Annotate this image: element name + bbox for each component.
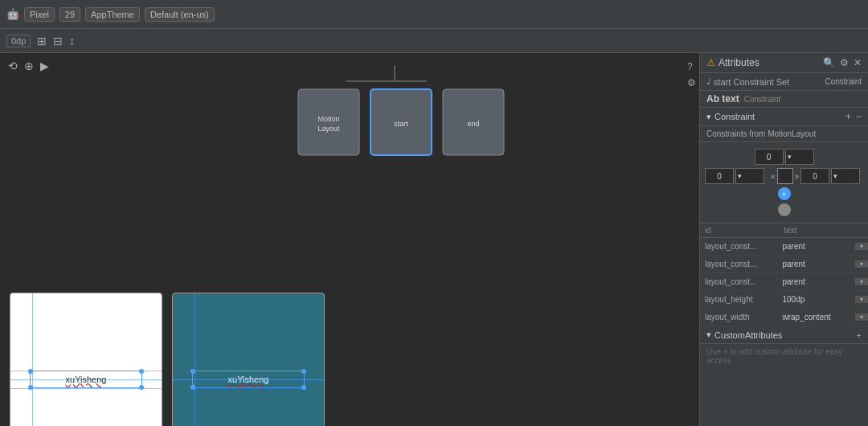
attr-row-3[interactable]: layout_height 100dp ▾: [700, 291, 868, 309]
second-bar: 0dp ⊞ ⊟ ↕: [0, 29, 868, 53]
motion-icon[interactable]: ⟲: [8, 59, 18, 72]
settings-icon-side[interactable]: ⚙: [687, 77, 696, 88]
add-constraint-circle-btn[interactable]: +: [778, 187, 791, 200]
breadcrumb-type: Constraint: [825, 77, 862, 86]
layout-icon[interactable]: ⊟: [53, 35, 63, 47]
dp-input[interactable]: 0dp: [6, 35, 31, 47]
extend-right: [162, 379, 162, 380]
attr-row-2[interactable]: layout_const... parent ▾: [700, 273, 868, 291]
api-selector[interactable]: 29: [59, 7, 80, 22]
add-constraint-btn[interactable]: +: [845, 111, 851, 122]
attr-header-text: text: [784, 226, 864, 235]
extend-right2: [324, 379, 325, 380]
grid-icon[interactable]: ⊞: [37, 35, 47, 47]
center-widget: [777, 168, 793, 184]
extend-left2: [172, 379, 173, 380]
attr-id-0: layout_const...: [700, 240, 778, 252]
motion-connector-svg: Motion Layout start end: [282, 65, 507, 162]
pixel-label: Pixel: [30, 10, 49, 19]
attr-dropdown-1[interactable]: ▾: [855, 260, 868, 268]
handle-br[interactable]: [139, 385, 144, 390]
resize-icon[interactable]: ↕: [69, 35, 75, 47]
custom-attr-header: ▾ CustomAttributes +: [700, 326, 868, 344]
attr-value-2: parent: [778, 276, 856, 288]
ab-text-label: Ab text: [706, 93, 739, 104]
attr-dropdown-4[interactable]: ▾: [855, 313, 868, 321]
h-guide-top: [10, 371, 162, 371]
left-constraint-group: ▾: [705, 168, 764, 184]
help-icon[interactable]: ?: [687, 61, 696, 72]
attr-value-1: parent: [778, 258, 856, 270]
play-icon[interactable]: ▶: [40, 59, 49, 72]
right-value-input[interactable]: [800, 168, 829, 184]
constraint-section-header[interactable]: ▾ Constraint + −: [700, 108, 868, 126]
attr-row-4[interactable]: layout_width wrap_content ▾: [700, 309, 868, 326]
top-bar: 🤖 Pixel 29 AppTheme Default (en-us): [0, 0, 868, 29]
attr-dropdown-3[interactable]: ▾: [855, 296, 868, 303]
top-constraint-input[interactable]: [755, 149, 784, 165]
left-constraint-dropdown[interactable]: ▾: [735, 168, 764, 184]
attributes-panel: ⚠ Attributes 🔍 ⚙ ✕ ♩ start Constraint Se…: [699, 53, 868, 426]
minus-constraint-btn[interactable]: −: [856, 111, 862, 122]
right-constraint-dropdown[interactable]: ▾: [831, 168, 860, 184]
locale-label: Default (en-us): [150, 10, 209, 19]
constraint-info: Constraints from MotionLayout: [700, 126, 868, 142]
constraint-type-label: Constraint: [744, 95, 862, 104]
chevron-down-icon2: ▾: [706, 330, 711, 340]
attr-rows: layout_const... parent ▾ layout_const...…: [700, 238, 868, 326]
attr-header-icons: 🔍 ⚙ ✕: [823, 57, 862, 68]
left-constraint-input[interactable]: [705, 168, 734, 184]
attr-dropdown-0[interactable]: ▾: [855, 243, 868, 250]
api-label: 29: [65, 10, 75, 19]
extend-left: [10, 379, 10, 380]
handle-tr[interactable]: [139, 369, 144, 374]
close-icon[interactable]: ✕: [854, 57, 862, 68]
constraint-section-title: ▾ Constraint: [706, 112, 755, 122]
attr-value-0: parent: [778, 240, 856, 252]
attr-id-2: layout_const...: [700, 276, 778, 288]
section-actions: + −: [845, 111, 862, 122]
diagram-slider-row: [778, 203, 791, 216]
preview-frame-start[interactable]: xuYisheng: [10, 293, 162, 426]
custom-attr-title-text: CustomAttributes: [714, 330, 782, 340]
pixel-selector[interactable]: Pixel: [24, 7, 55, 22]
app-theme-label: AppTheme: [91, 10, 134, 19]
top-constraint-group: ▾: [755, 149, 814, 165]
handle-tr2[interactable]: [301, 369, 306, 374]
attr-id-1: layout_const...: [700, 258, 778, 270]
zoom-icon[interactable]: ⊕: [24, 59, 34, 72]
preview-section: xuYisheng: [0, 286, 699, 426]
attr-table-header: id text: [700, 223, 868, 238]
app-theme-selector[interactable]: AppTheme: [85, 7, 140, 22]
handle-br2[interactable]: [301, 385, 306, 390]
add-custom-attr-btn[interactable]: +: [857, 330, 862, 340]
svg-text:Layout: Layout: [317, 125, 340, 133]
constraint-slider[interactable]: [778, 203, 791, 216]
locale-selector[interactable]: Default (en-us): [145, 7, 215, 22]
settings-icon[interactable]: ⚙: [840, 57, 849, 68]
attr-id-4: layout_width: [700, 311, 778, 323]
attr-panel-header: ⚠ Attributes 🔍 ⚙ ✕: [700, 53, 868, 73]
warning-icon: ⚠: [706, 57, 715, 68]
attr-row-0[interactable]: layout_const... parent ▾: [700, 238, 868, 256]
top-bar-left: 🤖 Pixel 29 AppTheme Default (en-us): [6, 7, 215, 22]
attr-id-3: layout_height: [700, 293, 778, 305]
center-controls: « » ▾: [771, 168, 860, 184]
arrow-left-icon: «: [771, 172, 776, 181]
breadcrumb-icon: ♩: [706, 76, 710, 87]
main-area: ⟲ ⊕ ▶ Motion Layout start: [0, 53, 868, 426]
search-icon[interactable]: 🔍: [823, 57, 835, 68]
custom-attr-title: ▾ CustomAttributes: [706, 330, 782, 340]
v-guide-left: [32, 293, 33, 426]
text-preview-1: xuYisheng: [66, 375, 107, 384]
attr-dropdown-2[interactable]: ▾: [855, 278, 868, 285]
preview-frame-end[interactable]: xuYisheng: [172, 293, 325, 426]
attr-panel-title: ⚠ Attributes: [706, 57, 760, 68]
center-panel: ⟲ ⊕ ▶ Motion Layout start: [0, 53, 699, 426]
top-constraint-dropdown[interactable]: ▾: [785, 149, 814, 165]
constraint-diagram: ▾ ▾ « » ▾: [700, 142, 868, 223]
preview-text-1: xuYisheng: [66, 375, 107, 384]
svg-text:start: start: [394, 120, 408, 128]
breadcrumb-path: ♩ start Constraint Set: [706, 76, 789, 87]
attr-row-1[interactable]: layout_const... parent ▾: [700, 256, 868, 273]
